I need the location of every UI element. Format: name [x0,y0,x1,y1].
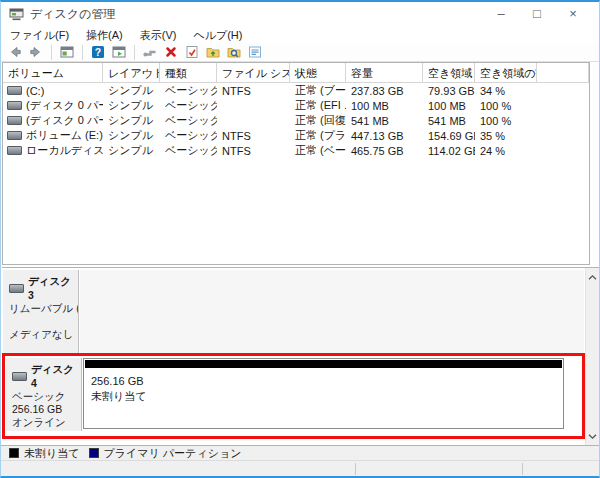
column-header-volume[interactable]: ボリューム [3,63,103,82]
menu-action[interactable]: 操作(A) [86,28,123,43]
table-row[interactable]: (C:) シンプル ベーシック NTFS 正常 (ブート... 237.83 G… [3,83,589,98]
cell-fs: NTFS [217,145,290,157]
cell-layout: シンプル [103,128,160,143]
cell-capacity: 100 MB [346,100,423,112]
close-button[interactable]: × [555,4,591,24]
cell-status: 正常 (プラ... [290,128,346,143]
column-header-filesystem[interactable]: ファイル システム [217,63,290,82]
disk-blank-line [3,315,78,328]
menu-help[interactable]: ヘルプ(H) [193,28,242,43]
disk-type: ベーシック [6,390,81,403]
disk-name: ディスク 3 [28,275,78,301]
cell-layout: シンプル [103,143,160,158]
table-row[interactable]: ボリューム (E:) シンプル ベーシック NTFS 正常 (プラ... 447… [3,128,589,143]
cell-capacity: 447.13 GB [346,130,423,142]
partition-state: 未割り当て [91,389,563,404]
vertical-scrollbar[interactable] [585,268,599,445]
maximize-button[interactable]: □ [519,4,555,24]
legend-item-primary-partition: プライマリ パーティション [89,446,242,461]
help-icon[interactable]: ? [89,44,107,61]
app-icon [9,7,24,22]
table-row[interactable]: (ディスク 0 パーティシ... シンプル ベーシック 正常 (回復... 54… [3,113,589,128]
folder-search-icon[interactable] [225,44,243,61]
scroll-up-icon[interactable] [588,271,597,283]
disk-graph-pane: ディスク 3 リムーバブル (F:) メディアなし ディスク 4 ベーシック 2… [2,267,599,445]
legend-item-unallocated: 未割り当て [9,446,80,461]
delete-icon[interactable] [162,44,180,61]
disk-3-empty-area[interactable] [80,270,584,353]
disk-4-unallocated-partition[interactable]: 256.16 GB 未割り当て [83,358,564,429]
cell-pct: 34 % [475,85,537,97]
tool-icon[interactable] [141,44,159,61]
cell-status: 正常 (回復... [290,113,346,128]
scroll-down-icon[interactable] [588,430,597,442]
cell-type: ベーシック [160,128,217,143]
column-header-free[interactable]: 空き領域 [423,63,475,82]
cell-status: 正常 (ブート... [290,83,346,98]
cell-fs: NTFS [217,130,290,142]
partition-size: 256.16 GB [91,374,563,389]
legend-label: 未割り当て [24,446,80,461]
column-header-layout[interactable]: レイアウト [103,63,160,82]
cell-type: ベーシック [160,113,217,128]
cell-pct: 35 % [475,130,537,142]
table-row[interactable]: ローカルディスク (D:) シンプル ベーシック NTFS 正常 (ベー... … [3,143,589,158]
volume-name: ボリューム (E:) [26,128,103,143]
column-header-status[interactable]: 状態 [290,63,346,82]
statusbar-divider [522,463,523,475]
cell-type: ベーシック [160,98,217,113]
volume-name: ローカルディスク (D:) [26,143,103,158]
cell-capacity: 465.75 GB [346,145,423,157]
disk-3-label[interactable]: ディスク 3 リムーバブル (F:) メディアなし [3,270,79,353]
volume-icon [7,101,22,110]
table-row[interactable]: (ディスク 0 パーティシ... シンプル ベーシック 正常 (EFI ... … [3,98,589,113]
disk-icon [12,372,27,381]
folder-up-icon[interactable] [204,44,222,61]
cell-free: 154.69 GB [423,130,475,142]
column-header-free-pct[interactable]: 空き領域の割... [475,63,537,82]
volume-name: (C:) [26,85,44,97]
svg-text:?: ? [95,46,101,58]
disk-management-window: ディスクの管理 – □ × ファイル(F) 操作(A) 表示(V) ヘルプ(H)… [0,0,600,478]
volume-icon [7,131,22,140]
volume-name: (ディスク 0 パーティシ... [26,113,103,128]
cell-capacity: 237.83 GB [346,85,423,97]
cell-free: 79.93 GB [423,85,475,97]
cell-free: 541 MB [423,115,475,127]
window-title: ディスクの管理 [30,6,115,23]
cell-type: ベーシック [160,83,217,98]
status-bar [1,460,599,477]
cell-status: 正常 (EFI ... [290,98,346,113]
legend-bar: 未割り当て プライマリ パーティション [1,445,599,460]
primary-partition-swatch [89,448,99,458]
cell-layout: シンプル [103,98,160,113]
disk-4-label[interactable]: ディスク 4 ベーシック 256.16 GB オンライン [6,358,82,431]
unallocated-color-bar [85,360,562,368]
cell-pct: 100 % [475,115,537,127]
cell-free: 100 MB [423,100,475,112]
disk-media-type: リムーバブル (F:) [3,302,78,315]
cell-free: 114.02 GB [423,145,475,157]
cell-status: 正常 (ベー... [290,143,346,158]
back-icon[interactable] [6,44,24,61]
forward-icon[interactable] [27,44,45,61]
minimize-button[interactable]: – [483,4,519,24]
check-document-icon[interactable] [183,44,201,61]
disk-status: オンライン [6,416,81,429]
show-action-pane-icon[interactable] [110,44,128,61]
volume-icon [7,86,22,95]
menu-view[interactable]: 表示(V) [140,28,177,43]
volume-table-header: ボリューム レイアウト 種類 ファイル システム 状態 容量 空き領域 空き領域… [3,63,589,83]
column-header-capacity[interactable]: 容量 [346,63,423,82]
column-header-blank[interactable] [537,63,589,82]
volume-list-pane: ボリューム レイアウト 種類 ファイル システム 状態 容量 空き領域 空き領域… [2,62,590,265]
toolbar-separator [82,45,83,60]
column-header-type[interactable]: 種類 [160,63,217,82]
show-console-window-icon[interactable] [58,44,76,61]
menu-file[interactable]: ファイル(F) [10,28,69,43]
cell-layout: シンプル [103,113,160,128]
volume-icon [7,146,22,155]
statusbar-divider [355,463,356,475]
properties-icon[interactable] [246,44,264,61]
unallocated-swatch [9,448,19,458]
